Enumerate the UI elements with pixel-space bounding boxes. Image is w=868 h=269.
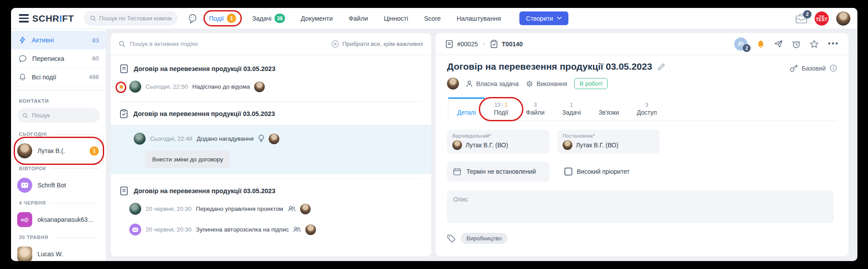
- more-actions-icon[interactable]: •••: [828, 39, 839, 49]
- tag-production[interactable]: Виробництво: [461, 233, 507, 244]
- chat-icon: [19, 55, 26, 62]
- tab-files[interactable]: 3 Файли: [517, 100, 553, 120]
- edit-title-icon[interactable]: [658, 63, 665, 71]
- nav-item-settings[interactable]: Налаштування: [457, 15, 501, 22]
- event-group-title[interactable]: Договір на перевезення продукції 03.05.2…: [111, 57, 431, 76]
- support-chat-icon[interactable]: [188, 13, 198, 23]
- task-owner-avatar[interactable]: [447, 78, 459, 90]
- task-stage[interactable]: Виконання: [526, 80, 567, 87]
- search-icon: [90, 15, 96, 22]
- event-group-title[interactable]: Договір на перевезення продукції 03.05.2…: [111, 179, 431, 198]
- members-icon[interactable]: 2: [734, 37, 748, 51]
- contact-email[interactable]: о@ oksanapanasuk63@gmail.c...: [11, 209, 106, 230]
- contact-name: Лутак В.(.: [38, 147, 65, 154]
- search-icon: [23, 112, 28, 119]
- responsible-label: Відповідальний*: [452, 133, 544, 138]
- contact-group-date: СЬОГОДНІ: [11, 127, 106, 140]
- unread-dot: [120, 85, 123, 89]
- tab-events[interactable]: 13|1 Події: [485, 100, 517, 120]
- contact-group-date: 4 ЧЕРВНЯ: [11, 196, 106, 209]
- highlighted-event[interactable]: Сьогодні, 22:48 Додано нагадування Внест…: [111, 125, 431, 174]
- tab-count: 13|1: [494, 102, 508, 108]
- deadline-label: Термін не встановлений: [466, 168, 536, 175]
- deadline-field[interactable]: Термін не встановлений: [447, 161, 549, 182]
- tags-row: Виробництво: [447, 233, 837, 244]
- event-row[interactable]: Сьогодні, 22:50 Надіслано до відома: [111, 76, 431, 97]
- tab-count: 3: [526, 102, 545, 108]
- event-row[interactable]: 20 червня, 20:30 Передано управління про…: [111, 198, 431, 219]
- event-group-title[interactable]: Договір на перевезення продукції 03.05.2…: [111, 102, 431, 121]
- star-icon[interactable]: [810, 40, 819, 48]
- info-icon: [830, 64, 837, 72]
- priority-checkbox[interactable]: [564, 168, 572, 176]
- create-button-label: Створити: [526, 15, 553, 22]
- task-tabs: Деталі 13|1 Події 3 Файли 1 Задачі: [447, 97, 837, 121]
- sidebar-item-label: Всі події: [32, 74, 56, 81]
- sidebar-item-all-events[interactable]: Всі події 486: [11, 68, 106, 86]
- status-badge[interactable]: В роботі: [574, 78, 608, 89]
- nav-item-events[interactable]: Події 1: [209, 14, 237, 23]
- tab-subtasks[interactable]: 1 Задачі: [553, 100, 590, 120]
- contact-group-date: 30 ТРАВНЯ: [11, 230, 106, 243]
- tab-links[interactable]: Зв'язки: [590, 100, 628, 120]
- contacts-search-field[interactable]: [17, 108, 100, 123]
- target-avatar: [254, 82, 265, 92]
- tag-icon[interactable]: [447, 234, 455, 243]
- inbox-icon[interactable]: 2: [796, 14, 807, 23]
- create-button[interactable]: Створити: [519, 11, 568, 25]
- events-feed-panel: Прибрати все, крім важливих Договір на п…: [111, 33, 431, 256]
- task-header-actions: 2 •••: [734, 37, 839, 51]
- global-search-input[interactable]: [99, 15, 172, 22]
- people-icon: [288, 205, 296, 212]
- app-logo[interactable]: SCHRIFT: [32, 13, 74, 24]
- nav-item-score[interactable]: Score: [424, 15, 441, 22]
- tab-details[interactable]: Деталі: [448, 97, 485, 121]
- timer-icon[interactable]: [792, 40, 800, 49]
- tab-count: 3: [637, 102, 657, 108]
- send-icon[interactable]: [774, 40, 783, 48]
- task-stage-label: Виконання: [537, 80, 567, 87]
- global-search-field[interactable]: [84, 11, 178, 26]
- workspace-logo[interactable]: THE TEST: [815, 11, 829, 26]
- contact-name: Lucas W.: [38, 250, 63, 258]
- nav-item-values[interactable]: Цінності: [384, 15, 408, 22]
- task-meta-row: Власна задача Виконання В роботі: [447, 78, 837, 90]
- breadcrumb-project[interactable]: #00025: [445, 40, 478, 49]
- tab-access[interactable]: 3 Доступ: [628, 100, 666, 120]
- access-level[interactable]: Базовий: [789, 61, 837, 72]
- task-body: Договір на перевезення продукції 03.05.2…: [436, 55, 849, 244]
- contact-schrift-bot[interactable]: Schrift Bot: [11, 175, 106, 196]
- event-row[interactable]: Сьогодні, 22:48 Додано нагадування: [111, 128, 431, 149]
- description-field[interactable]: Опис: [447, 191, 834, 223]
- sidebar-item-active[interactable]: Активні 83: [11, 31, 106, 49]
- user-avatar[interactable]: [836, 11, 850, 26]
- responsible-field[interactable]: Відповідальний* Лутак В.Г. (ВО): [447, 130, 549, 153]
- clear-except-important-button[interactable]: Прибрати все, крім важливих: [331, 40, 423, 48]
- event-text: Надіслано до відома: [192, 83, 250, 90]
- bell-icon: [19, 73, 26, 81]
- nav-item-files[interactable]: Файли: [349, 15, 368, 22]
- menu-icon[interactable]: [19, 14, 29, 22]
- nav-item-documents[interactable]: Документи: [301, 15, 333, 22]
- event-group-title-text: Договір на перевезення продукції 03.05.2…: [134, 65, 275, 72]
- nav-label: Score: [424, 15, 441, 22]
- events-badge: 1: [227, 14, 236, 23]
- breadcrumb-task[interactable]: T00140: [490, 40, 522, 49]
- feed-search-input[interactable]: [130, 41, 262, 47]
- contacts-search-input[interactable]: [32, 112, 94, 119]
- tab-label: Задачі: [562, 109, 581, 116]
- author-field[interactable]: Постановник* Лутак В.Г. (ВО): [557, 130, 660, 153]
- event-row[interactable]: 20 червня, 20:30 Зупинена авторозсилка н…: [111, 219, 431, 240]
- task-title: Договір на перевезення продукції 03.05.2…: [447, 61, 652, 72]
- bulb-icon: [258, 134, 264, 143]
- notifications-icon[interactable]: [757, 40, 765, 49]
- contact-lucas[interactable]: Lucas W.: [11, 243, 106, 261]
- calendar-icon: [453, 168, 461, 176]
- nav-item-tasks[interactable]: Задачі 36: [252, 14, 285, 23]
- task-type[interactable]: Власна задача: [466, 80, 519, 87]
- high-priority-toggle[interactable]: Високий пріоритет: [564, 168, 630, 176]
- clear-label: Прибрати все, крім важливих: [342, 41, 423, 47]
- contact-lutak[interactable]: Лутак В.(. 1: [11, 140, 106, 161]
- sidebar-item-correspondence[interactable]: Переписка 60: [11, 49, 106, 68]
- tab-count: 1: [562, 102, 581, 108]
